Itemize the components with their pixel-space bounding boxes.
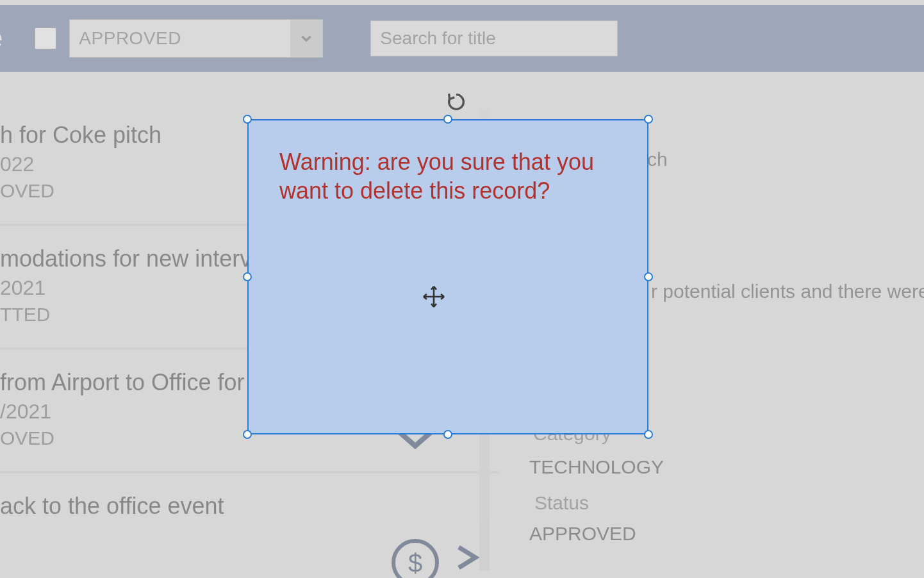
arrow-right-icon[interactable] bbox=[451, 541, 484, 577]
status-filter-select[interactable]: APPROVED bbox=[69, 19, 323, 58]
resize-handle-br[interactable] bbox=[644, 430, 653, 439]
svg-text:$: $ bbox=[408, 549, 422, 577]
detail-text-fragment: r potential clients and there were 6 of … bbox=[651, 281, 924, 302]
dollar-circle-icon[interactable]: $ bbox=[390, 537, 441, 578]
detail-text-fragment: ch bbox=[647, 149, 668, 170]
list-item-title: ack to the office event bbox=[0, 493, 493, 520]
list-item[interactable]: ack to the office event bbox=[0, 474, 500, 541]
filter-checkbox[interactable] bbox=[35, 28, 56, 49]
resize-handle-mr[interactable] bbox=[644, 272, 653, 281]
category-value: TECHNOLOGY bbox=[529, 456, 664, 478]
warning-modal-selection[interactable]: Warning: are you sure that you want to d… bbox=[247, 119, 648, 434]
status-value: APPROVED bbox=[529, 523, 636, 545]
resize-handle-tm[interactable] bbox=[443, 115, 452, 124]
warning-message: Warning: are you sure that you want to d… bbox=[279, 147, 600, 205]
rotate-handle-icon[interactable] bbox=[445, 91, 467, 115]
search-input[interactable] bbox=[380, 28, 608, 49]
resize-handle-bm[interactable] bbox=[443, 430, 452, 439]
move-cursor-icon bbox=[422, 285, 446, 311]
resize-handle-bl[interactable] bbox=[243, 430, 252, 439]
resize-handle-tr[interactable] bbox=[644, 115, 653, 124]
warning-modal[interactable]: Warning: are you sure that you want to d… bbox=[247, 119, 648, 434]
resize-handle-tl[interactable] bbox=[243, 115, 252, 124]
search-field-wrap[interactable] bbox=[370, 21, 618, 56]
resize-handle-ml[interactable] bbox=[243, 272, 252, 281]
page-title: se bbox=[0, 23, 3, 54]
status-filter-value: APPROVED bbox=[79, 28, 181, 49]
top-bar: se APPROVED bbox=[0, 5, 924, 72]
status-label: Status bbox=[534, 492, 589, 514]
chevron-down-icon bbox=[290, 20, 322, 57]
